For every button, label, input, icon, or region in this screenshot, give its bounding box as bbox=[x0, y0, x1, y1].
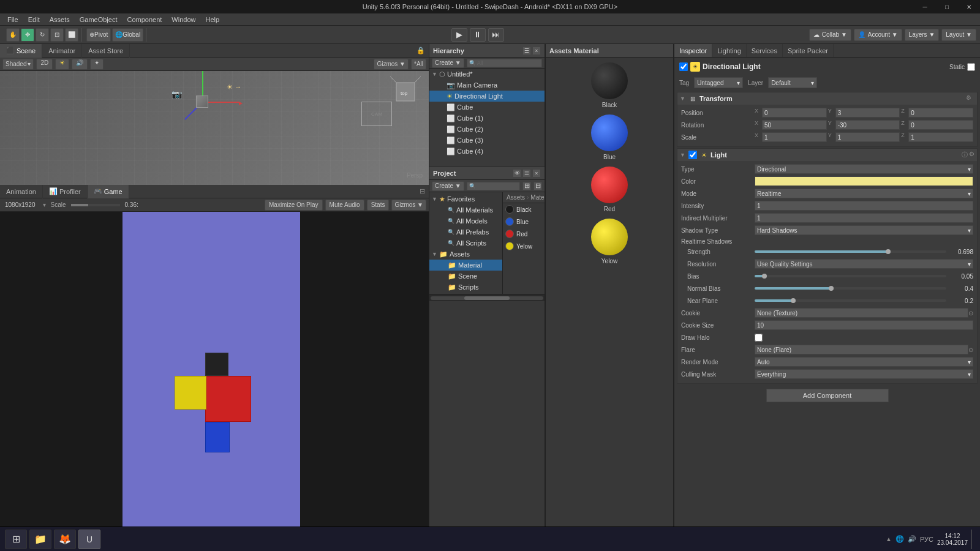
render-mode-dropdown[interactable]: Auto ▾ bbox=[755, 357, 973, 367]
flare-dropdown[interactable]: None (Flare) bbox=[755, 345, 968, 354]
minimize-button[interactable]: ─ bbox=[914, 0, 936, 13]
gizmos-dropdown[interactable]: Gizmos ▼ bbox=[374, 59, 409, 70]
step-button[interactable]: ⏭ bbox=[488, 28, 504, 42]
project-view-btn[interactable]: ⊞ bbox=[522, 182, 531, 190]
hierarchy-item-untitled[interactable]: ▼ ⬡ Untitled* bbox=[429, 69, 545, 80]
menu-edit[interactable]: Edit bbox=[23, 13, 45, 26]
tab-asset-store[interactable]: Asset Store bbox=[82, 44, 130, 58]
strength-slider[interactable] bbox=[755, 250, 946, 253]
layers-dropdown[interactable]: Layers ▼ bbox=[905, 29, 940, 41]
material-yellow-grid[interactable]: Yelow bbox=[548, 216, 671, 267]
normal-bias-thumb[interactable] bbox=[829, 286, 834, 291]
scale-x[interactable]: 1 bbox=[762, 132, 827, 142]
menu-help[interactable]: Help bbox=[200, 13, 224, 26]
menu-component[interactable]: Component bbox=[122, 13, 167, 26]
hierarchy-search[interactable]: 🔍 All bbox=[467, 59, 542, 67]
tab-services[interactable]: Services bbox=[747, 44, 783, 58]
cookie-size-field[interactable]: 10 bbox=[755, 320, 973, 330]
normal-bias-slider[interactable] bbox=[755, 287, 946, 290]
scene-audio-btn[interactable]: 🔊 bbox=[72, 59, 88, 70]
bias-slider[interactable] bbox=[755, 275, 946, 277]
project-filter-btn[interactable]: ⊟ bbox=[533, 182, 542, 190]
tab-sprite-packer[interactable]: Sprite Packer bbox=[783, 44, 834, 58]
scale-tool[interactable]: ⊡ bbox=[50, 28, 64, 42]
light-header[interactable]: ▼ ☀ Light ⓘ ⚙ bbox=[677, 149, 977, 161]
project-eye-btn[interactable]: 👁 bbox=[513, 169, 521, 178]
static-checkbox[interactable] bbox=[967, 63, 975, 71]
material-yellow-item[interactable]: Yelow bbox=[503, 240, 545, 252]
tab-profiler[interactable]: 📊 Profiler bbox=[43, 185, 88, 198]
tab-inspector[interactable]: Inspector bbox=[674, 44, 712, 58]
hierarchy-item-cube3[interactable]: ⬜ Cube (3) bbox=[429, 135, 545, 146]
close-button[interactable]: ✕ bbox=[958, 0, 980, 13]
hierarchy-item-cube[interactable]: ⬜ Cube bbox=[429, 102, 545, 113]
resolution-dropdown[interactable]: Use Quality Settings ▾ bbox=[755, 259, 973, 269]
indirect-mult-field[interactable]: 1 bbox=[755, 213, 973, 223]
stats-btn[interactable]: Stats bbox=[367, 200, 390, 211]
light-settings-icon[interactable]: ⚙ bbox=[969, 151, 974, 159]
all-dropdown[interactable]: *All bbox=[411, 59, 426, 70]
shaded-dropdown[interactable]: Shaded ▾ bbox=[2, 59, 34, 70]
account-dropdown[interactable]: 👤 Account ▼ bbox=[854, 29, 902, 41]
flare-browse-icon[interactable]: ⊙ bbox=[968, 347, 973, 353]
light-mode-dropdown[interactable]: Realtime ▾ bbox=[755, 189, 973, 198]
taskbar-firefox[interactable]: 🦊 bbox=[54, 530, 76, 549]
tab-animator[interactable]: Animator bbox=[42, 44, 82, 58]
draw-halo-checkbox[interactable] bbox=[755, 334, 763, 342]
tag-dropdown[interactable]: Untagged ▾ bbox=[694, 77, 743, 88]
near-plane-thumb[interactable] bbox=[791, 298, 796, 303]
global-button[interactable]: 🌐 Global bbox=[112, 28, 143, 42]
light-enabled-checkbox[interactable] bbox=[688, 151, 697, 159]
2d-button[interactable]: 2D bbox=[36, 59, 53, 70]
hierarchy-item-cube2[interactable]: ⬜ Cube (2) bbox=[429, 124, 545, 135]
scale-slider[interactable] bbox=[71, 204, 120, 206]
scripts-folder[interactable]: 📁 Scripts bbox=[429, 282, 502, 293]
hierarchy-close-btn[interactable]: × bbox=[532, 47, 541, 55]
assets-folder[interactable]: ▼ 📁 Assets bbox=[429, 249, 502, 260]
menu-assets[interactable]: Assets bbox=[45, 13, 75, 26]
hierarchy-menu-btn[interactable]: ☰ bbox=[522, 47, 531, 55]
near-plane-slider[interactable] bbox=[755, 299, 946, 302]
hierarchy-item-cube1[interactable]: ⬜ Cube (1) bbox=[429, 113, 545, 124]
rotate-tool[interactable]: ↻ bbox=[36, 28, 49, 42]
menu-file[interactable]: File bbox=[2, 13, 23, 26]
position-y[interactable]: 3 bbox=[835, 108, 900, 118]
add-component-button[interactable]: Add Component bbox=[766, 389, 889, 402]
hand-tool[interactable]: ✋ bbox=[6, 28, 20, 42]
rotation-z[interactable]: 0 bbox=[908, 120, 973, 130]
scale-z[interactable]: 1 bbox=[908, 132, 973, 142]
game-gizmos-dropdown[interactable]: Gizmos ▼ bbox=[391, 200, 426, 211]
light-intensity-field[interactable]: 1 bbox=[755, 201, 973, 211]
material-folder[interactable]: 📁 Material bbox=[429, 260, 502, 271]
cookie-dropdown[interactable]: None (Texture) bbox=[755, 308, 968, 318]
favorites-folder[interactable]: ▼ ★ Favorites bbox=[429, 193, 502, 204]
breadcrumb-assets[interactable]: Assets bbox=[507, 194, 525, 201]
strength-thumb[interactable] bbox=[886, 249, 891, 254]
all-materials-item[interactable]: 🔍 All Materials bbox=[429, 204, 502, 216]
menu-window[interactable]: Window bbox=[167, 13, 200, 26]
project-create-dropdown[interactable]: Create ▼ bbox=[432, 181, 464, 191]
collab-dropdown[interactable]: ☁ Collab ▼ bbox=[809, 29, 851, 41]
scene-folder[interactable]: 📁 Scene bbox=[429, 271, 502, 282]
hierarchy-item-directionallight[interactable]: ☀ Directional Light bbox=[429, 91, 545, 102]
hierarchy-item-cube4[interactable]: ⬜ Cube (4) bbox=[429, 146, 545, 157]
light-type-dropdown[interactable]: Directional ▾ bbox=[755, 164, 973, 174]
object-enabled-checkbox[interactable] bbox=[679, 62, 688, 71]
position-x[interactable]: 0 bbox=[762, 108, 827, 118]
material-blue-item[interactable]: Blue bbox=[503, 216, 545, 228]
tab-game[interactable]: 🎮 Game bbox=[88, 185, 129, 198]
mute-btn[interactable]: Mute Audio bbox=[325, 200, 364, 211]
all-scripts-item[interactable]: 🔍 All Scripts bbox=[429, 238, 502, 249]
show-desktop-btn[interactable] bbox=[971, 530, 975, 549]
transform-settings-icon[interactable]: ⚙ bbox=[966, 94, 974, 103]
hierarchy-item-maincamera[interactable]: 📷 Main Camera bbox=[429, 80, 545, 91]
rect-tool[interactable]: ⬜ bbox=[65, 28, 78, 42]
position-z[interactable]: 0 bbox=[908, 108, 973, 118]
pivot-button[interactable]: ⊕ Pivot bbox=[86, 28, 111, 42]
material-black-grid[interactable]: Black bbox=[548, 60, 671, 111]
create-dropdown[interactable]: Create ▼ bbox=[432, 58, 464, 68]
tab-animation[interactable]: Animation bbox=[0, 185, 43, 198]
bias-thumb[interactable] bbox=[762, 274, 767, 279]
shadow-type-dropdown[interactable]: Hard Shadows ▾ bbox=[755, 225, 973, 235]
cookie-browse-icon[interactable]: ⊙ bbox=[968, 310, 973, 317]
